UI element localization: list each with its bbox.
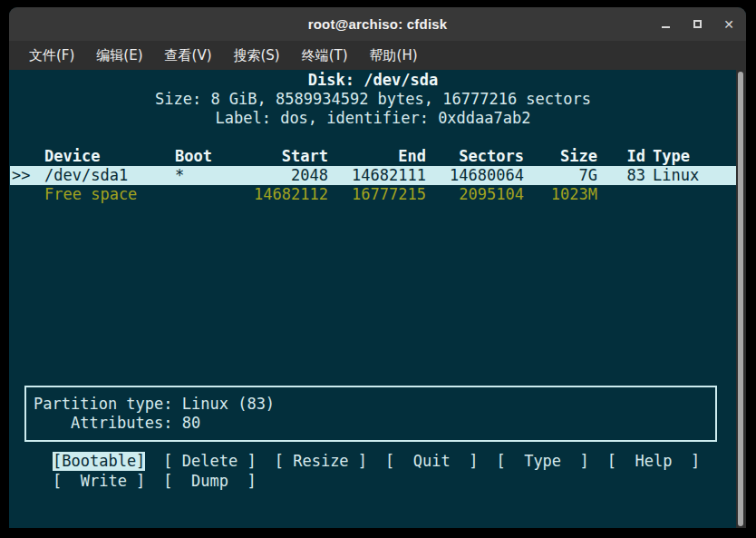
menu-terminal[interactable]: 终端(T) [291, 44, 359, 67]
col-id: Id [597, 147, 645, 166]
cell-end: 14682111 [328, 166, 426, 185]
col-end: End [328, 147, 426, 166]
disk-size-line: Size: 8 GiB, 8589934592 bytes, 16777216 … [10, 90, 736, 109]
menu-view[interactable]: 查看(V) [154, 44, 223, 67]
action-menu-row-2: [ Write ] [ Dump ] [53, 472, 275, 491]
terminal-window: root@archiso: cfdisk ✕ 文件(F) 编辑(E) 查看(V)… [9, 7, 746, 528]
cell-size: 7G [524, 166, 597, 185]
cell-type [645, 185, 736, 204]
write-button[interactable]: [ Write ] [53, 472, 145, 491]
cell-start: 2048 [222, 166, 328, 185]
partition-row-sda1[interactable]: >> /dev/sda1 * 2048 14682111 14680064 7G… [10, 166, 736, 185]
menu-help[interactable]: 帮助(H) [359, 44, 429, 67]
resize-button[interactable]: [ Resize ] [275, 452, 367, 471]
cell-sectors: 14680064 [426, 166, 524, 185]
disk-label-line: Label: dos, identifier: 0xddaa7ab2 [10, 109, 736, 128]
cell-size: 1023M [524, 185, 597, 204]
maximize-icon [693, 20, 702, 28]
menu-edit[interactable]: 编辑(E) [85, 44, 153, 67]
quit-button[interactable]: [ Quit ] [385, 452, 478, 471]
delete-button[interactable]: [ Delete ] [163, 452, 256, 471]
disk-title: Disk: /dev/sda [10, 71, 736, 90]
menu-search[interactable]: 搜索(S) [223, 44, 291, 67]
attributes-line: Attributes: 80 [34, 414, 715, 433]
maximize-button[interactable] [691, 18, 703, 31]
col-type: Type [645, 147, 736, 166]
selection-cursor: >> [10, 166, 42, 185]
scrollbar-track[interactable] [736, 70, 746, 528]
col-device: Device [42, 147, 172, 166]
cell-boot: * [172, 166, 222, 185]
cell-start: 14682112 [222, 185, 328, 204]
col-start: Start [222, 147, 328, 166]
close-icon: ✕ [723, 17, 734, 32]
terminal-screen: Disk: /dev/sda Size: 8 GiB, 8589934592 b… [9, 70, 746, 528]
minimize-icon [662, 26, 670, 28]
menubar: 文件(F) 编辑(E) 查看(V) 搜索(S) 终端(T) 帮助(H) [9, 41, 746, 70]
window-title: root@archiso: cfdisk [308, 16, 448, 32]
cell-id [597, 185, 645, 204]
minimize-button[interactable] [659, 18, 672, 31]
cell-device: Free space [42, 185, 172, 204]
window-controls: ✕ [659, 7, 735, 41]
dump-button[interactable]: [ Dump ] [163, 472, 256, 491]
help-button[interactable]: [ Help ] [607, 452, 700, 471]
titlebar[interactable]: root@archiso: cfdisk ✕ [9, 7, 746, 41]
close-button[interactable]: ✕ [722, 18, 735, 31]
cell-type: Linux [645, 166, 736, 185]
cell-end: 16777215 [328, 185, 426, 204]
type-button[interactable]: [ Type ] [496, 452, 588, 471]
action-menu-row-1: [Bootable] [ Delete ] [ Resize ] [ Quit … [53, 452, 718, 471]
partition-details-box: Partition type: Linux (83) Attributes: 8… [24, 386, 717, 442]
table-header: Device Boot Start End Sectors Size Id Ty… [10, 147, 736, 166]
cell-boot [172, 185, 222, 204]
scrollbar-thumb[interactable] [738, 72, 743, 526]
col-size: Size [524, 147, 597, 166]
free-space-row[interactable]: Free space 14682112 16777215 2095104 102… [10, 185, 736, 204]
col-boot: Boot [172, 147, 222, 166]
cell-id: 83 [597, 166, 645, 185]
cell-device: /dev/sda1 [42, 166, 172, 185]
menu-file[interactable]: 文件(F) [18, 44, 85, 67]
col-sectors: Sectors [426, 147, 524, 166]
cell-sectors: 2095104 [426, 185, 524, 204]
bootable-button[interactable]: [Bootable] [53, 452, 145, 471]
partition-type-line: Partition type: Linux (83) [34, 395, 715, 414]
